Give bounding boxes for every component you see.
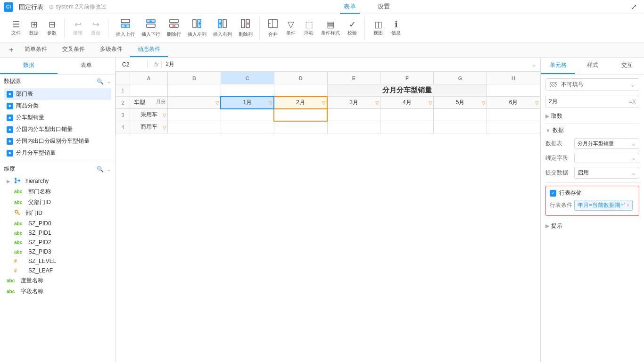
cell-d4[interactable] — [274, 121, 327, 133]
dim-item-10[interactable]: abc 字段名称 — [4, 286, 111, 297]
cell-e3[interactable] — [327, 109, 380, 121]
data-table-select[interactable]: 分月分车型销量 ⌄ — [574, 138, 639, 149]
cell-h3[interactable] — [487, 109, 540, 121]
data-btn[interactable]: ⊞ 数据 — [25, 18, 42, 38]
view-btn[interactable]: ◫ 视图 — [370, 18, 387, 38]
data-section-header[interactable]: ▼ 数据 — [545, 126, 639, 134]
info-btn[interactable]: ℹ 信息 — [388, 18, 405, 38]
col-header-g[interactable]: G — [434, 72, 487, 84]
ds-item-5[interactable]: ■ 分月分车型销量 — [4, 147, 111, 159]
filter-icon-c[interactable]: ▽ — [269, 100, 272, 105]
validate-btn[interactable]: ✓ 校验 — [344, 18, 361, 38]
cell-g2-header[interactable]: 5月 ▽ — [434, 97, 487, 109]
params-btn[interactable]: ⊟ 参数 — [43, 18, 60, 38]
cell-a2[interactable]: 车型 月份 — [130, 97, 168, 109]
sub-tab-simple[interactable]: 简单条件 — [17, 42, 55, 57]
insert-row-below-btn[interactable]: 插入下行 — [139, 16, 163, 40]
sub-tab-multi[interactable]: 多级条件 — [92, 42, 130, 57]
cell-f4[interactable] — [380, 121, 434, 133]
cell-c1[interactable] — [221, 84, 274, 97]
dim-item-hierarchy[interactable]: ▶ hierarchy — [4, 176, 111, 186]
cell-d3[interactable] — [274, 109, 327, 121]
condition-close-btn[interactable]: × — [627, 203, 629, 208]
dim-item-4[interactable]: abc SZ_PID1 — [4, 228, 111, 238]
filter-icon-e[interactable]: ▽ — [375, 100, 379, 105]
right-tab-style[interactable]: 样式 — [575, 58, 610, 74]
tab-settings[interactable]: 设置 — [374, 0, 394, 14]
cell-h1[interactable] — [487, 84, 540, 97]
cell-c3[interactable] — [221, 109, 274, 121]
dim-item-1[interactable]: abc 父部门ID — [4, 197, 111, 208]
cell-b1[interactable] — [168, 84, 221, 97]
insert-col-left-btn[interactable]: 插入左列 — [185, 16, 209, 40]
condition-btn[interactable]: ▽ 条件 — [282, 18, 299, 38]
col-header-c[interactable]: C — [221, 72, 274, 84]
cell-b4[interactable] — [168, 121, 221, 133]
cell-e2-header[interactable]: 3月 ▽ — [327, 97, 380, 109]
delete-col-btn[interactable]: 删除列 — [236, 16, 256, 40]
dim-item-8[interactable]: # SZ_LEAF — [4, 266, 111, 275]
sidebar-tab-data[interactable]: 数据 — [0, 58, 58, 74]
dim-search-icon[interactable]: 🔍 — [97, 166, 104, 173]
dim-item-7[interactable]: # SZ_LEVEL — [4, 256, 111, 266]
expand-icon[interactable]: ⤢ — [627, 0, 640, 14]
cell-g4[interactable] — [434, 121, 487, 133]
formula-display-value[interactable]: 2月 — [549, 98, 629, 106]
ds-item-4[interactable]: ■ 分国内出口分级别分车型销量 — [4, 135, 111, 147]
cell-b3[interactable] — [168, 109, 221, 121]
col-header-h[interactable]: H — [487, 72, 540, 84]
dim-item-9[interactable]: abc 度量名称 — [4, 275, 111, 286]
nowrite-dropdown[interactable]: ⌄ — [630, 82, 635, 88]
cell-d2-header[interactable]: 2月 ▽ — [274, 97, 327, 109]
cond-style-btn[interactable]: ▤ 条件样式 — [318, 18, 343, 38]
col-header-f[interactable]: F — [380, 72, 434, 84]
col-header-b[interactable]: B — [168, 72, 221, 84]
bind-field-select[interactable]: ⌄ — [574, 153, 639, 163]
delete-row-btn[interactable]: 删除行 — [164, 16, 184, 40]
redo-btn[interactable]: ↪ 重做 — [87, 18, 104, 38]
cell-h4[interactable] — [487, 121, 540, 133]
hint-section[interactable]: ▶ 提示 — [545, 222, 639, 230]
dim-item-3[interactable]: abc SZ_PID0 — [4, 219, 111, 228]
filter-icon-g[interactable]: ▽ — [482, 100, 486, 105]
add-tab-btn[interactable]: + — [6, 44, 17, 56]
dim-item-6[interactable]: abc SZ_PID3 — [4, 247, 111, 256]
formula-value[interactable]: 2月 — [165, 60, 528, 68]
cell-f2-header[interactable]: 4月 ▽ — [380, 97, 434, 109]
dim-item-0[interactable]: abc 部门名称 — [4, 186, 111, 197]
ds-item-3[interactable]: ■ 分国内分车型出口销量 — [4, 123, 111, 135]
cell-c2-header[interactable]: 1月 ▽ — [221, 97, 274, 109]
filter-icon-f[interactable]: ▽ — [429, 100, 432, 105]
sub-tab-dynamic[interactable]: 动态条件 — [130, 42, 168, 57]
filter-icon-h[interactable]: ▽ — [535, 100, 539, 105]
cell-d1[interactable] — [274, 84, 327, 97]
cell-a1[interactable] — [130, 84, 168, 97]
expand-icon[interactable]: ⌄ — [107, 78, 111, 85]
search-icon[interactable]: 🔍 — [97, 78, 104, 85]
filter-icon-a3[interactable]: ▽ — [163, 112, 166, 117]
cell-f3[interactable] — [380, 109, 434, 121]
right-tab-cell[interactable]: 单元格 — [541, 58, 575, 74]
dim-item-5[interactable]: abc SZ_PID2 — [4, 238, 111, 247]
cell-reference[interactable]: C2 — [119, 61, 148, 68]
float-btn[interactable]: ⬚ 浮动 — [300, 18, 317, 38]
filter-icon-a4[interactable]: ▽ — [163, 124, 166, 130]
sub-tab-cross[interactable]: 交叉条件 — [55, 42, 92, 57]
file-btn[interactable]: ☰ 文件 — [8, 18, 25, 38]
filter-icon-d[interactable]: ▽ — [322, 100, 326, 105]
cell-h2-header[interactable]: 6月 ▽ — [487, 97, 540, 109]
cell-c4[interactable] — [221, 121, 274, 133]
cell-a4[interactable]: 商用车 ▽ — [130, 121, 168, 133]
col-header-e[interactable]: E — [327, 72, 380, 84]
col-header-d[interactable]: D — [274, 72, 327, 84]
dim-expand-icon[interactable]: ⌄ — [107, 166, 111, 173]
tab-form[interactable]: 表单 — [340, 0, 360, 14]
right-tab-interact[interactable]: 交互 — [610, 58, 644, 74]
cell-e4[interactable] — [327, 121, 380, 133]
cell-b2[interactable]: ▽ — [168, 97, 221, 109]
row-save-checkbox[interactable]: ✓ — [550, 190, 556, 197]
insert-col-right-btn[interactable]: 插入右列 — [210, 16, 235, 40]
cell-g3[interactable] — [434, 109, 487, 121]
spreadsheet[interactable]: A B C D E F G H 1 — [116, 72, 540, 362]
ds-item-1[interactable]: ■ 商品分类 — [4, 100, 111, 112]
